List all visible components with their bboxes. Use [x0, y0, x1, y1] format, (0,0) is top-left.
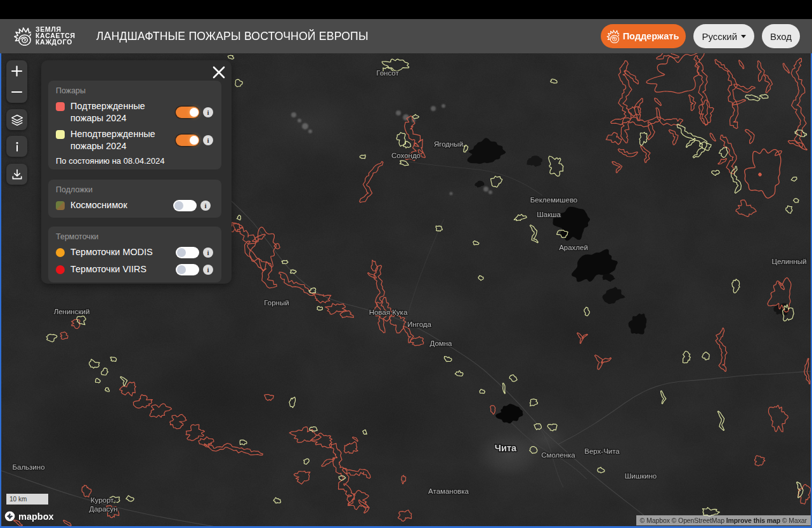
svg-text:Домна: Домна — [430, 340, 453, 347]
svg-text:Сохондо: Сохондо — [391, 152, 421, 159]
svg-text:Ягодный: Ягодный — [434, 140, 463, 148]
svg-text:Курорт-: Курорт- — [91, 496, 117, 504]
svg-text:Ленинский: Ленинский — [54, 308, 90, 315]
svg-text:Новая Кука: Новая Кука — [369, 308, 408, 316]
svg-text:Дарасун: Дарасун — [89, 505, 118, 513]
svg-text:Гонсот: Гонсот — [376, 69, 399, 77]
svg-text:Бальзино: Бальзино — [12, 463, 44, 471]
svg-text:Шишкино: Шишкино — [625, 472, 657, 480]
svg-text:Беклемишево: Беклемишево — [530, 196, 578, 204]
svg-text:Целинный: Целинный — [771, 258, 806, 265]
svg-text:Ингода: Ингода — [407, 320, 431, 328]
svg-text:Атамановка: Атамановка — [428, 487, 469, 495]
svg-text:Смоленка: Смоленка — [541, 451, 575, 459]
svg-text:Горный: Горный — [264, 299, 289, 307]
svg-text:Шакша: Шакша — [537, 211, 561, 218]
svg-text:Верх-Чита: Верх-Чита — [584, 447, 620, 455]
svg-text:Чита: Чита — [495, 443, 517, 453]
svg-text:Арахлей: Арахлей — [559, 244, 588, 251]
